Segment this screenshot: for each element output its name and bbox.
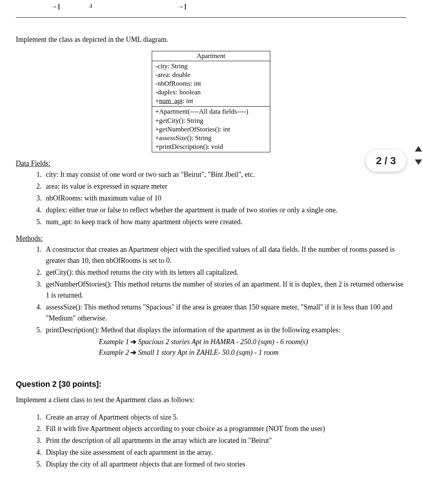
- list-item: printDescription(): Method that displays…: [43, 325, 406, 336]
- methods-list: A constructor that creates an Apartment …: [43, 244, 406, 335]
- uml-field-static: +num_apt: int: [155, 97, 267, 105]
- top-bar: →] .1 →]: [16, 0, 406, 18]
- uml-methods-section: +Apartment(----All data fields----) +get…: [152, 107, 270, 152]
- arrow-icon: ➔: [130, 338, 136, 346]
- list-item: num_apt: to keep track of how many apart…: [43, 217, 406, 228]
- list-item: Display the city of all apartment object…: [43, 459, 406, 470]
- list-item: area: its value is expressed in square m…: [43, 181, 406, 192]
- uml-field: -duplex: boolean: [155, 88, 267, 97]
- uml-field: -area: double: [155, 71, 267, 79]
- examples-block: Example 1➔Spacious 2 stories Apt in HAMR…: [99, 337, 406, 358]
- header-mark-1: →]: [51, 3, 60, 10]
- uml-method: +getNumberOfStories(): int: [155, 125, 267, 134]
- header-mark-2: .1: [89, 3, 92, 9]
- q2-list: Create an array of Apartment objects of …: [43, 412, 406, 470]
- list-item: Fill it with five Apartment objects acco…: [43, 423, 406, 435]
- list-item: Print the description of all apartments …: [43, 435, 406, 446]
- page-indicator: 2 / 3: [365, 150, 406, 172]
- uml-method: +printDescription(): void: [155, 142, 267, 151]
- uml-class-name: Apartment: [152, 51, 270, 61]
- uml-method: +getCity(): String: [155, 116, 267, 125]
- page-down-icon[interactable]: [415, 159, 422, 165]
- header-mark-3: →]: [178, 3, 186, 10]
- page-up-icon[interactable]: [415, 146, 422, 152]
- example-line-2: Example 2➔Small 1 story Apt in ZAHLE- 50…: [99, 347, 406, 358]
- list-item: Display the size assessment of each apar…: [43, 447, 406, 458]
- list-item: getNumberOfStories(): This method return…: [43, 279, 406, 301]
- page-nav-arrows: [415, 146, 422, 165]
- list-item: duplex: either true or false to reflect …: [43, 205, 406, 216]
- example-line-1: Example 1➔Spacious 2 stories Apt in HAMR…: [99, 337, 406, 347]
- list-item: A constructor that creates an Apartment …: [43, 244, 406, 266]
- uml-fields-section: -city: String -area: double -nbOfRooms: …: [152, 61, 270, 107]
- list-item: nbOfRooms: with maximum value of 10: [43, 193, 406, 204]
- list-item: city: It may consist of one word or two …: [43, 169, 406, 180]
- list-item: getCity(): this method returns the city …: [43, 267, 406, 278]
- list-item: Create an array of Apartment objects of …: [43, 412, 406, 423]
- data-fields-heading: Data Fields:: [16, 159, 406, 168]
- uml-class-box: Apartment -city: String -area: double -n…: [152, 51, 270, 152]
- methods-heading: Methods:: [16, 234, 406, 243]
- intro-text: Implement the class as depicted in the U…: [16, 36, 406, 44]
- q2-intro: Implement a client class to test the Apa…: [16, 396, 406, 404]
- uml-method: +Apartment(----All data fields----): [155, 107, 267, 116]
- arrow-icon: ➔: [130, 348, 136, 356]
- data-fields-list: city: It may consist of one word or two …: [43, 169, 406, 227]
- uml-method: +assessSize(): String: [155, 134, 267, 142]
- uml-field: -nbOfRooms: int: [155, 79, 267, 88]
- list-item: assessSize(): This method returns "Spaci…: [43, 302, 406, 324]
- uml-field: -city: String: [155, 62, 267, 71]
- question-2-title: Question 2 [30 points]:: [16, 380, 406, 389]
